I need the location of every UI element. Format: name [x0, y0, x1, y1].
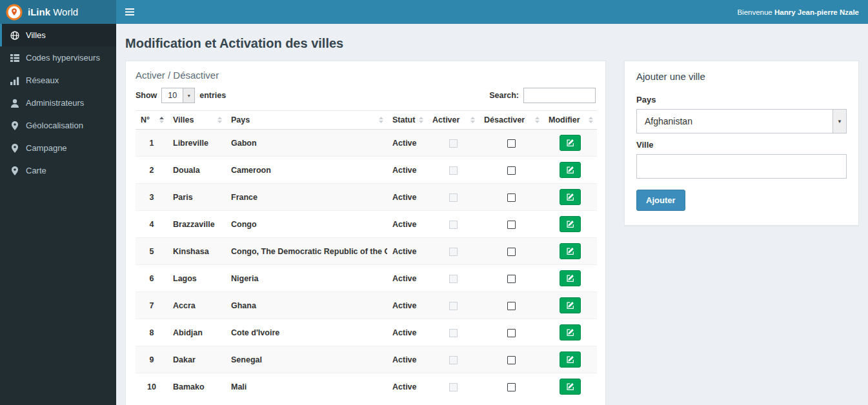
- desactiver-checkbox[interactable]: [507, 275, 516, 283]
- modifier-button[interactable]: [560, 379, 581, 395]
- cell-num: 3: [136, 184, 168, 211]
- welcome-message: Bienvenue Hanry Jean-pierre Nzale: [737, 8, 868, 16]
- pays-select[interactable]: Afghanistan ▼: [636, 109, 847, 133]
- cell-statut: Active: [387, 319, 427, 346]
- modifier-button[interactable]: [560, 324, 581, 341]
- cell-pays: Ghana: [226, 292, 387, 319]
- column-header-modifier[interactable]: Modifier: [543, 111, 597, 130]
- edit-pencil-icon: [566, 355, 574, 364]
- table-row: 9 Dakar Senegal Active: [136, 346, 597, 373]
- sort-icon: [217, 117, 222, 123]
- cell-num: 8: [136, 319, 168, 346]
- activer-checkbox: [449, 193, 458, 202]
- column-header-statut[interactable]: Statut: [387, 111, 427, 130]
- sidebar-item-campagne[interactable]: Campagne: [0, 137, 116, 159]
- cell-statut: Active: [387, 184, 427, 211]
- sidebar: Villes Codes hyperviseurs Réseaux Admini…: [0, 24, 116, 405]
- sidebar-item-label: Codes hyperviseurs: [26, 53, 100, 63]
- hamburger-icon: [125, 8, 134, 15]
- desactiver-checkbox[interactable]: [507, 166, 516, 175]
- entries-label: entries: [199, 91, 226, 100]
- sidebar-item-carte[interactable]: Carte: [0, 159, 116, 182]
- column-header-villes[interactable]: Villes: [168, 111, 226, 130]
- cell-ville: Libreville: [168, 130, 226, 157]
- column-header-num[interactable]: N°: [136, 111, 168, 130]
- user-icon: [10, 99, 19, 108]
- column-header-activer[interactable]: Activer: [427, 111, 479, 130]
- cell-ville: Douala: [168, 157, 226, 184]
- activer-checkbox: [449, 329, 458, 337]
- desactiver-checkbox[interactable]: [507, 139, 516, 148]
- activer-checkbox: [449, 221, 458, 229]
- brand-area[interactable]: iLink World: [0, 0, 116, 24]
- edit-pencil-icon: [566, 274, 574, 282]
- cell-ville: Abidjan: [168, 319, 226, 346]
- sidebar-item-label: Campagne: [26, 143, 67, 153]
- ajouter-button[interactable]: Ajouter: [636, 190, 685, 211]
- activer-checkbox: [449, 383, 458, 391]
- map-marker-icon: [10, 144, 19, 153]
- map-marker-icon: [10, 166, 19, 175]
- page-length-control: Show 10 ▼ entries: [136, 88, 226, 103]
- sidebar-item-administrateurs[interactable]: Administrateurs: [0, 92, 116, 114]
- activer-checkbox: [449, 248, 458, 256]
- cell-pays: Nigeria: [226, 265, 387, 292]
- column-header-pays[interactable]: Pays: [226, 111, 387, 130]
- cell-ville: Kinshasa: [168, 238, 226, 265]
- sidebar-item-villes[interactable]: Villes: [0, 24, 116, 46]
- edit-pencil-icon: [566, 220, 574, 228]
- table-row: 6 Lagos Nigeria Active: [136, 265, 597, 292]
- table-row: 5 Kinshasa Congo, The Democratic Republi…: [136, 238, 597, 265]
- cell-ville: Brazzaville: [168, 211, 226, 238]
- cell-pays: Senegal: [226, 346, 387, 373]
- modifier-button[interactable]: [560, 189, 581, 205]
- sidebar-item-geolocalisation[interactable]: Géolocalisation: [0, 114, 116, 137]
- edit-pencil-icon: [566, 139, 574, 147]
- sort-icon: [535, 117, 540, 123]
- modifier-button[interactable]: [560, 216, 581, 232]
- desactiver-checkbox[interactable]: [507, 248, 516, 256]
- activation-panel: Activer / Désactiver Show 10 ▼ entries S…: [125, 61, 606, 405]
- search-control: Search:: [489, 88, 596, 103]
- globe-icon: [10, 31, 19, 40]
- sidebar-item-label: Villes: [26, 30, 46, 40]
- sidebar-item-reseaux[interactable]: Réseaux: [0, 69, 116, 92]
- modifier-button[interactable]: [560, 270, 581, 286]
- table-row: 2 Douala Cameroon Active: [136, 157, 597, 184]
- cell-ville: Bamako: [168, 373, 226, 400]
- search-input[interactable]: [523, 88, 596, 103]
- modifier-button[interactable]: [560, 243, 581, 259]
- table-header-row: N° Villes Pays Statut Activer Désactiver…: [136, 111, 597, 130]
- map-marker-icon: [10, 121, 19, 130]
- desactiver-checkbox[interactable]: [507, 329, 516, 337]
- app-logo-icon: [6, 4, 23, 21]
- ville-input[interactable]: [636, 154, 847, 179]
- page-length-select[interactable]: 10 ▼: [161, 88, 195, 103]
- activer-checkbox: [449, 166, 458, 175]
- sidebar-toggle-button[interactable]: [116, 0, 143, 24]
- chevron-down-icon: ▼: [183, 88, 194, 103]
- table-row: 8 Abidjan Cote d'Ivoire Active: [136, 319, 597, 346]
- edit-pencil-icon: [566, 382, 574, 391]
- page-title: Modification et Activation des villes: [125, 36, 859, 51]
- table-row: 1 Libreville Gabon Active: [136, 130, 597, 157]
- modifier-button[interactable]: [560, 351, 581, 368]
- sidebar-item-codes-hyperviseurs[interactable]: Codes hyperviseurs: [0, 46, 116, 69]
- cell-statut: Active: [387, 211, 427, 238]
- desactiver-checkbox[interactable]: [507, 356, 516, 364]
- edit-pencil-icon: [566, 301, 574, 310]
- activer-checkbox: [449, 302, 458, 310]
- cell-ville: Dakar: [168, 346, 226, 373]
- table-row: 10 Bamako Mali Active: [136, 373, 597, 400]
- cell-statut: Active: [387, 346, 427, 373]
- modifier-button[interactable]: [560, 162, 581, 178]
- column-header-desactiver[interactable]: Désactiver: [479, 111, 543, 130]
- ville-label: Ville: [636, 140, 847, 150]
- modifier-button[interactable]: [560, 135, 581, 151]
- desactiver-checkbox[interactable]: [507, 193, 516, 202]
- desactiver-checkbox[interactable]: [507, 221, 516, 229]
- cell-statut: Active: [387, 265, 427, 292]
- desactiver-checkbox[interactable]: [507, 383, 516, 391]
- modifier-button[interactable]: [560, 297, 581, 313]
- desactiver-checkbox[interactable]: [507, 302, 516, 310]
